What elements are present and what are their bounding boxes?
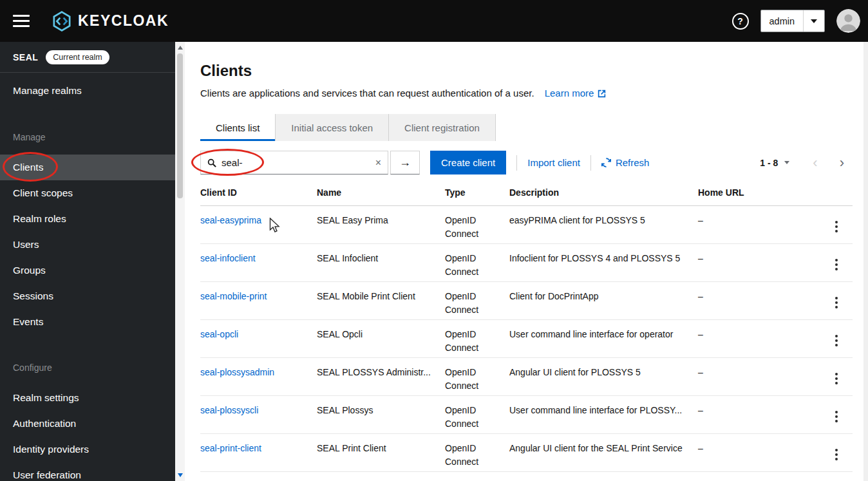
home-url-cell: – (698, 206, 820, 244)
sidebar-item-client-scopes[interactable]: Client scopes (0, 180, 175, 206)
chevron-left-icon: ‹ (813, 155, 817, 171)
sidebar-item-sessions[interactable]: Sessions (0, 283, 175, 309)
sidebar-item-events[interactable]: Events (0, 309, 175, 335)
home-url-cell: – (698, 396, 820, 434)
client-name-cell: SEAL Plossys (317, 396, 445, 434)
client-type-cell: OpenID Connect (445, 206, 509, 244)
client-description-cell: Infoclient for PLOSSYS 4 and PLOSSYS 5 (509, 244, 698, 282)
pagination: 1 - 8 ‹ › (760, 155, 848, 171)
client-name-cell: SEAL PLOSSYS Administr... (317, 358, 445, 396)
client-description-cell: easyPRIMA client for PLOSSYS 5 (509, 206, 698, 244)
client-id-link[interactable]: seal-print-client (200, 443, 261, 453)
search-input[interactable] (222, 157, 370, 168)
tabs: Clients list Initial access token Client… (185, 114, 868, 141)
main-content: Clients Clients are applications and ser… (185, 42, 868, 481)
refresh-button[interactable]: Refresh (601, 157, 650, 168)
client-name-cell: SEAL Infoclient (317, 244, 445, 282)
chevron-right-icon: › (840, 155, 844, 171)
kebab-menu-button[interactable] (829, 294, 844, 312)
realm-switcher[interactable]: SEAL Current realm (0, 42, 175, 73)
sidebar-item-groups[interactable]: Groups (0, 258, 175, 283)
client-type-cell: OpenID Connect (445, 396, 509, 434)
masthead: KEYCLOAK ? admin (0, 0, 868, 42)
import-client-link[interactable]: Import client (527, 157, 580, 168)
brand-wordmark: KEYCLOAK (78, 12, 169, 30)
column-header-type: Type (445, 178, 509, 206)
sidebar-scrollbar[interactable] (175, 42, 185, 481)
kebab-menu-button[interactable] (829, 332, 844, 350)
nav-toggle-button[interactable] (13, 15, 30, 27)
user-avatar-icon (836, 9, 860, 33)
clear-search-button[interactable]: × (375, 158, 381, 168)
sidebar-item-users[interactable]: Users (0, 232, 175, 258)
nav-section-configure: Configure (0, 335, 175, 385)
search-icon (207, 158, 216, 167)
client-type-cell: OpenID Connect (445, 320, 509, 358)
table-row: seal-plossyscli SEAL Plossys OpenID Conn… (200, 396, 853, 434)
kebab-menu-button[interactable] (829, 256, 844, 274)
table-row: seal-opcli SEAL Opcli OpenID Connect Use… (200, 320, 853, 358)
sidebar-item-clients[interactable]: Clients (0, 155, 175, 180)
help-button[interactable]: ? (732, 13, 749, 30)
client-name-cell: SEAL Easy Prima (317, 206, 445, 244)
scroll-down-arrow-icon[interactable] (175, 471, 185, 480)
create-client-button[interactable]: Create client (430, 151, 506, 174)
sidebar-item-identity-providers[interactable]: Identity providers (0, 437, 175, 462)
tab-client-registration[interactable]: Client registration (389, 114, 496, 141)
column-header-client-id: Client ID (200, 178, 317, 206)
home-url-cell: – (698, 282, 820, 320)
client-description-cell: User command line interface for operator (509, 320, 698, 358)
client-id-link[interactable]: seal-easyprima (200, 215, 261, 225)
page-description: Clients are applications and services th… (200, 87, 534, 100)
kebab-menu-button[interactable] (829, 218, 844, 236)
table-row: seal-mobile-print SEAL Mobile Print Clie… (200, 282, 853, 320)
client-id-link[interactable]: seal-plossysadmin (200, 367, 274, 377)
client-name-cell: SEAL Opcli (317, 320, 445, 358)
client-id-link[interactable]: seal-plossyscli (200, 405, 258, 415)
client-name-cell: SEAL Mobile Print Client (317, 282, 445, 320)
scrollbar-thumb[interactable] (177, 53, 183, 198)
sidebar-item-user-federation[interactable]: User federation (0, 462, 175, 481)
page-right-gutter (863, 42, 868, 481)
search-submit-button[interactable]: → (390, 151, 420, 174)
table-row: seal-easyprima SEAL Easy Prima OpenID Co… (200, 206, 853, 244)
page-title: Clients (200, 61, 848, 80)
client-id-link[interactable]: seal-opcli (200, 329, 238, 339)
learn-more-link[interactable]: Learn more (545, 87, 607, 100)
toolbar: × → Create client Import client Refresh … (185, 141, 868, 174)
tab-initial-access-token[interactable]: Initial access token (275, 114, 389, 141)
kebab-menu-button[interactable] (829, 370, 844, 388)
scroll-up-arrow-icon[interactable] (175, 43, 185, 52)
table-row: seal-plossysadmin SEAL PLOSSYS Administr… (200, 358, 853, 396)
clients-table: Client ID Name Type Description Home URL… (200, 178, 853, 472)
avatar[interactable] (836, 9, 860, 33)
prev-page-button[interactable]: ‹ (809, 155, 821, 171)
client-description-cell: User command line interface for PLOSSY..… (509, 396, 698, 434)
kebab-menu-button[interactable] (829, 446, 844, 464)
toolbar-divider (516, 155, 517, 171)
keycloak-logo: KEYCLOAK (50, 10, 169, 33)
user-menu-dropdown[interactable]: admin (760, 10, 826, 32)
table-row: seal-infoclient SEAL Infoclient OpenID C… (200, 244, 853, 282)
sidebar-item-manage-realms[interactable]: Manage realms (0, 77, 175, 104)
tab-clients-list[interactable]: Clients list (200, 114, 275, 141)
home-url-cell: – (698, 434, 820, 472)
sidebar-item-realm-settings[interactable]: Realm settings (0, 385, 175, 411)
pagination-caret-icon[interactable] (784, 161, 789, 164)
client-description-cell: Client for DocPrintApp (509, 282, 698, 320)
toolbar-divider (590, 155, 591, 171)
user-menu-label: admin (761, 16, 804, 26)
client-id-link[interactable]: seal-mobile-print (200, 291, 267, 301)
column-header-home-url: Home URL (698, 178, 820, 206)
sidebar-item-realm-roles[interactable]: Realm roles (0, 206, 175, 232)
sidebar: SEAL Current realm Manage realms Manage … (0, 42, 185, 481)
current-realm-badge: Current realm (46, 50, 109, 64)
kebab-menu-button[interactable] (829, 408, 844, 426)
sidebar-item-authentication[interactable]: Authentication (0, 411, 175, 437)
search-box: × (200, 151, 388, 174)
client-id-link[interactable]: seal-infoclient (200, 253, 256, 263)
question-mark-icon: ? (737, 16, 743, 26)
pagination-range: 1 - 8 (760, 158, 778, 168)
next-page-button[interactable]: › (836, 155, 848, 171)
table-header-row: Client ID Name Type Description Home URL (200, 178, 853, 206)
